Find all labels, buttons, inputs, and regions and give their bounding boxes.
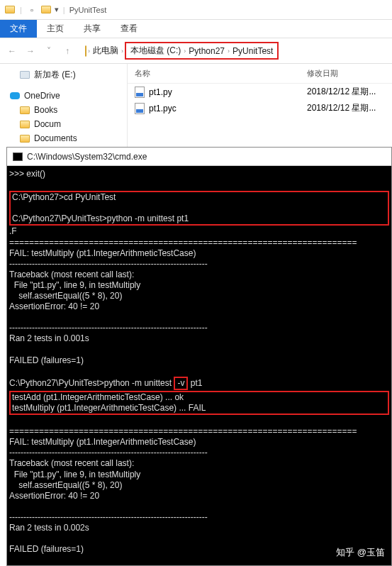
sidebar-item-label: Books — [34, 105, 57, 115]
breadcrumb-drive[interactable]: 本地磁盘 (C:) — [129, 45, 182, 57]
folder-icon — [40, 4, 52, 16]
window-title: PyUnitTest — [69, 6, 107, 14]
cmd-line: File "pt1.py", line 9, in testMultiply — [9, 280, 389, 291]
cmd-icon — [13, 152, 23, 161]
folder-icon — [20, 121, 30, 128]
file-date: 2018/12/12 星期... — [307, 86, 385, 98]
cmd-line: Traceback (most recent call last): — [9, 270, 389, 280]
chevron-right-icon[interactable]: › — [88, 48, 90, 55]
sidebar-item-label: 新加卷 (E:) — [34, 69, 76, 81]
cmd-line: Traceback (most recent call last): — [9, 458, 389, 469]
cmd-line: ========================================… — [9, 238, 389, 248]
cmd-line: FAILED (failures=1) — [9, 544, 389, 555]
file-row[interactable]: pt1.pyc 2018/12/12 星期... — [128, 100, 392, 116]
cmd-line: Ran 2 tests in 0.002s — [9, 523, 389, 533]
content-area: 新加卷 (E:) OneDrive Books Docum Documents … — [0, 64, 392, 156]
breadcrumb[interactable]: › 此电脑 › 本地磁盘 (C:) › Python27 › PyUnitTes… — [79, 40, 284, 62]
sidebar-item-documents[interactable]: Documents — [0, 131, 127, 145]
sidebar: 新加卷 (E:) OneDrive Books Docum Documents — [0, 64, 128, 156]
folder-icon — [85, 46, 86, 56]
cmd-line: AssertionError: 40 != 20 — [9, 491, 389, 501]
file-list-panel: 名称 修改日期 pt1.py 2018/12/12 星期... pt1.pyc … — [128, 64, 392, 156]
cmd-line: C:\Python27\PyUnitTest>python -m unittes… — [9, 377, 389, 390]
folder-icon — [20, 135, 30, 143]
cmd-line: Ran 2 tests in 0.001s — [9, 333, 389, 344]
breadcrumb-python27[interactable]: Python27 — [187, 46, 226, 56]
file-date: 2018/12/12 星期... — [307, 102, 385, 114]
sidebar-item-label: Docum — [34, 119, 61, 129]
cmd-line: FAIL: testMultiply (pt1.IntegerArithmeti… — [9, 248, 389, 259]
cmd-line: File "pt1.py", line 9, in testMultiply — [9, 470, 389, 480]
recent-arrow-icon[interactable]: ˅ — [43, 45, 55, 57]
cmd-line: self.assertEqual((5 * 8), 20) — [9, 291, 389, 301]
cmd-line: FAIL: testMultiply (pt1.IntegerArithmeti… — [9, 437, 389, 448]
sidebar-item-books[interactable]: Books — [0, 103, 127, 117]
file-row[interactable]: pt1.py 2018/12/12 星期... — [128, 84, 392, 100]
cmd-line: ----------------------------------------… — [9, 512, 389, 523]
cmd-line: ----------------------------------------… — [9, 259, 389, 270]
cmd-line: AssertionError: 40 != 20 — [9, 301, 389, 312]
cmd-line: .F — [9, 226, 389, 237]
chevron-right-icon[interactable]: › — [184, 48, 186, 55]
cmd-output[interactable]: >>> exit()C:\Python27>cd PyUnitTest C:\P… — [7, 166, 391, 566]
navigation-bar: ← → ˅ ↑ › 此电脑 › 本地磁盘 (C:) › Python27 › P… — [0, 38, 392, 64]
separator: | — [63, 6, 65, 14]
highlight-box-flag: -v — [174, 377, 188, 390]
sidebar-item-docum[interactable]: Docum — [0, 117, 127, 131]
cmd-line: testMultiply (pt1.IntegerArithmeticTestC… — [12, 403, 386, 414]
sidebar-item-label: Documents — [34, 133, 77, 143]
onedrive-icon — [10, 92, 20, 99]
column-date[interactable]: 修改日期 — [307, 68, 385, 79]
file-name: pt1.pyc — [149, 104, 303, 113]
breadcrumb-pyunittest[interactable]: PyUnitTest — [231, 46, 274, 56]
cmd-line: ----------------------------------------… — [9, 323, 389, 333]
forward-arrow-icon[interactable]: → — [24, 45, 37, 57]
cmd-line: FAILED (failures=1) — [9, 355, 389, 366]
watermark: 知乎 @玉笛 — [336, 546, 385, 559]
sidebar-item-onedrive[interactable]: OneDrive — [0, 89, 127, 103]
column-headers: 名称 修改日期 — [128, 64, 392, 84]
column-name[interactable]: 名称 — [135, 68, 307, 79]
file-name: pt1.py — [149, 87, 303, 97]
cmd-line: self.assertEqual((5 * 8), 20) — [9, 480, 389, 491]
sidebar-item-newvolume[interactable]: 新加卷 (E:) — [0, 67, 127, 83]
cmd-line: ========================================… — [9, 426, 389, 437]
chevron-right-icon[interactable]: › — [228, 48, 230, 55]
tab-share[interactable]: 共享 — [74, 20, 111, 38]
dropdown-icon[interactable]: ▾ — [55, 5, 59, 14]
cmd-line: C:\Python27>cd PyUnitTest — [12, 192, 386, 203]
folder-icon — [20, 106, 30, 114]
cmd-line: >>> exit() — [9, 169, 389, 179]
tab-view[interactable]: 查看 — [111, 20, 147, 38]
cmd-titlebar[interactable]: C:\Windows\System32\cmd.exe — [7, 148, 391, 166]
chevron-right-icon[interactable]: › — [121, 48, 123, 55]
ribbon-tabs: 文件 主页 共享 查看 — [0, 20, 392, 38]
python-file-icon — [135, 87, 145, 98]
tab-home[interactable]: 主页 — [37, 20, 74, 38]
python-compiled-icon — [135, 103, 145, 114]
window-titlebar: | ▫ ▾ | PyUnitTest — [0, 0, 392, 20]
cmd-line: ----------------------------------------… — [9, 448, 389, 458]
drive-icon — [20, 71, 30, 79]
breadcrumb-highlighted-path: 本地磁盘 (C:) › Python27 › PyUnitTest — [125, 42, 279, 60]
breadcrumb-thispc[interactable]: 此电脑 — [91, 45, 120, 57]
cmd-line: testAdd (pt1.IntegerArithmeticTestCase) … — [12, 392, 386, 403]
sidebar-item-label: OneDrive — [24, 91, 60, 101]
cmd-line: C:\Python27\PyUnitTest>python -m unittes… — [12, 213, 386, 224]
cmd-title: C:\Windows\System32\cmd.exe — [27, 152, 147, 162]
highlight-box-verbose: testAdd (pt1.IntegerArithmeticTestCase) … — [9, 391, 389, 415]
tab-file[interactable]: 文件 — [0, 20, 37, 38]
highlight-box-commands: C:\Python27>cd PyUnitTest C:\Python27\Py… — [9, 191, 389, 226]
cmd-window: C:\Windows\System32\cmd.exe >>> exit()C:… — [6, 147, 392, 566]
separator: | — [20, 6, 22, 14]
save-icon[interactable]: ▫ — [26, 4, 38, 16]
back-arrow-icon[interactable]: ← — [6, 45, 18, 57]
folder-icon — [4, 4, 16, 16]
up-arrow-icon[interactable]: ↑ — [61, 45, 74, 57]
